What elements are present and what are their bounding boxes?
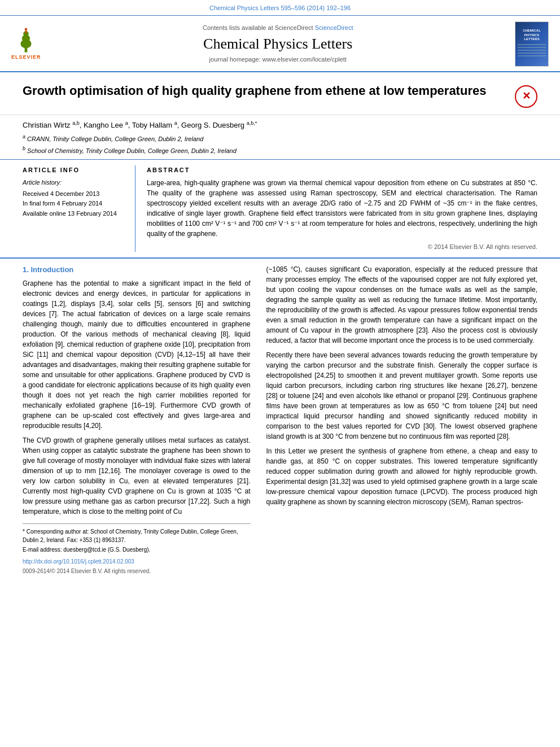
elsevier-logo: ELSEVIER — [11, 27, 41, 62]
body-paragraph-2: The CVD growth of graphene generally uti… — [23, 435, 251, 517]
affiliations: a CRANN, Trinity College Dublin, College… — [23, 133, 537, 156]
page-header: ELSEVIER Contents lists available at Sci… — [0, 16, 560, 72]
body-paragraph-3: (~1085 °C), causes significant Cu evapor… — [266, 264, 537, 346]
article-title-area: Growth optimisation of high quality grap… — [0, 72, 560, 115]
article-title: Growth optimisation of high quality grap… — [23, 82, 515, 99]
issn-line: 0009-2614/© 2014 Elsevier B.V. All right… — [23, 567, 251, 575]
body-column-left: 1. Introduction Graphene has the potenti… — [23, 264, 260, 576]
history-label: Article history: — [23, 178, 126, 187]
copyright-line: © 2014 Elsevier B.V. All rights reserved… — [147, 242, 537, 252]
article-body: 1. Introduction Graphene has the potenti… — [0, 257, 560, 582]
author-wirtz: Christian Wirtz — [23, 121, 71, 129]
journal-bar: Chemical Physics Letters 595–596 (2014) … — [0, 0, 560, 16]
history-received: Received 4 December 2013 — [23, 189, 126, 199]
body-paragraph-5: In this Letter we present the synthesis … — [266, 446, 537, 507]
authors-area: Christian Wirtz a,b, Kangho Lee a, Toby … — [0, 115, 560, 159]
doi-link[interactable]: http://dx.doi.org/10.1016/j.cplett.2014.… — [23, 557, 251, 566]
footnotes-area: * Corresponding author at: School of Che… — [23, 523, 251, 575]
crossmark-badge[interactable]: ✕ — [515, 85, 537, 108]
article-info-heading: ARTICLE INFO — [23, 165, 126, 175]
article-info-column: ARTICLE INFO Article history: Received 4… — [23, 165, 135, 252]
history-final: In final form 4 February 2014 — [23, 199, 126, 209]
body-column-right: (~1085 °C), causes significant Cu evapor… — [260, 264, 537, 576]
footnote-star: * Corresponding author at: School of Che… — [23, 527, 251, 544]
header-center: Contents lists available at ScienceDirec… — [41, 23, 515, 64]
abstract-column: ABSTRACT Large-area, high-quality graphe… — [147, 165, 537, 252]
elsevier-tree-icon — [12, 27, 40, 54]
cover-text: CHEMICALPHYSICSLETTERS — [523, 29, 541, 42]
cover-decoration-icon — [517, 42, 547, 59]
journal-homepage: journal homepage: www.elsevier.com/locat… — [41, 55, 515, 64]
abstract-text: Large-area, high-quality graphene was gr… — [147, 178, 537, 239]
info-abstract-section: ARTICLE INFO Article history: Received 4… — [0, 159, 560, 257]
author-hallam: Toby Hallam — [132, 121, 173, 129]
author-duesberg: Georg S. Duesberg — [181, 121, 244, 129]
svg-rect-5 — [25, 30, 27, 33]
abstract-heading: ABSTRACT — [147, 165, 537, 175]
body-paragraph-4: Recently there have been several advance… — [266, 350, 537, 442]
crossmark-icon: ✕ — [522, 89, 531, 104]
section1-heading: 1. Introduction — [23, 264, 251, 276]
header-right: CHEMICALPHYSICSLETTERS — [515, 21, 549, 67]
footnote-email: E-mail address: duesberg@tcd.ie (G.S. Du… — [23, 545, 251, 554]
authors-line: Christian Wirtz a,b, Kangho Lee a, Toby … — [23, 120, 537, 131]
svg-point-4 — [25, 28, 28, 30]
journal-title: Chemical Physics Letters — [41, 35, 515, 53]
author-lee: Kangho Lee — [84, 121, 123, 129]
sciencedirect-info: Contents lists available at ScienceDirec… — [41, 23, 515, 33]
body-paragraph-1: Graphene has the potential to make a sig… — [23, 278, 251, 431]
affiliation-a: a CRANN, Trinity College Dublin, College… — [23, 133, 537, 144]
sciencedirect-link[interactable]: ScienceDirect — [315, 24, 353, 31]
elsevier-label: ELSEVIER — [11, 54, 41, 62]
journal-bar-text: Chemical Physics Letters 595–596 (2014) … — [209, 5, 351, 11]
journal-cover-image: CHEMICALPHYSICSLETTERS — [515, 21, 549, 67]
affiliation-b: b School of Chemistry, Trinity College D… — [23, 145, 537, 156]
header-left: ELSEVIER — [11, 27, 41, 62]
history-online: Available online 13 February 2014 — [23, 209, 126, 219]
